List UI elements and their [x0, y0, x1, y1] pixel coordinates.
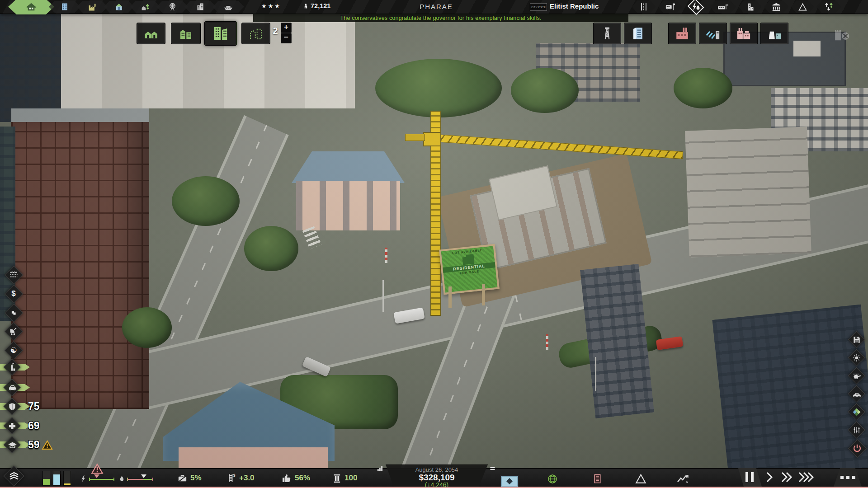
government-label[interactable]: Elitist Republic — [550, 2, 599, 10]
service-icon-bar — [632, 0, 841, 14]
menu-government[interactable] — [764, 0, 788, 13]
milestones-button[interactable] — [635, 473, 647, 485]
density-outline-button[interactable] — [241, 23, 270, 44]
menu-religion[interactable] — [739, 0, 761, 13]
high-density-icon — [212, 25, 229, 42]
blocks-icon — [9, 308, 19, 318]
menu-warehouse[interactable] — [710, 0, 736, 13]
settings-button[interactable] — [848, 422, 865, 439]
locked-industry-icon — [834, 25, 851, 42]
detail-level-icon[interactable] — [377, 465, 383, 472]
menu-landmarks[interactable] — [791, 0, 814, 13]
indicator-pollution[interactable] — [0, 359, 68, 376]
statistics-button[interactable] — [676, 472, 690, 486]
category-leisure[interactable] — [158, 0, 186, 14]
speed-3-button[interactable] — [797, 471, 817, 483]
game-viewport[interactable]: LOT AVAILABLE RESIDENTIAL FOR SALE — [0, 0, 868, 488]
category-commercial[interactable] — [51, 0, 79, 14]
resource-meter-blue[interactable] — [53, 471, 61, 486]
indicator-health[interactable]: 69 — [0, 418, 68, 435]
unemployment-value: 5% — [190, 474, 202, 483]
build-light-industry-button[interactable] — [730, 23, 758, 44]
residential-icon — [26, 2, 36, 12]
water-slider[interactable] — [127, 479, 153, 480]
resource-meter-green[interactable] — [42, 471, 50, 486]
density-medium-button[interactable] — [171, 23, 201, 44]
density-decrease-button[interactable]: − — [281, 33, 292, 43]
health-value: 69 — [28, 420, 40, 432]
power-warning-icon — [90, 463, 104, 475]
indicator-education[interactable]: 59 — [0, 436, 68, 454]
landmark-icon — [798, 2, 807, 12]
menu-transit[interactable] — [658, 0, 682, 13]
childcare-icon — [9, 326, 19, 336]
quit-button[interactable] — [848, 439, 866, 457]
category-harbor[interactable] — [214, 0, 242, 14]
category-offices[interactable] — [186, 0, 214, 14]
institutions-value: 100 — [344, 474, 357, 483]
pause-button[interactable] — [745, 472, 754, 482]
indicator-security[interactable]: 75 — [0, 398, 68, 415]
vehicle-icon — [852, 389, 862, 399]
ordinances-button[interactable] — [592, 474, 603, 484]
population-readout[interactable]: 72,121 — [303, 2, 330, 9]
overlay-economy-button[interactable]: $ — [5, 285, 23, 303]
growth-value: +3.0 — [239, 474, 255, 483]
save-button[interactable] — [848, 331, 865, 348]
menu-trade[interactable] — [816, 0, 841, 13]
citystate-badge-label: CITYSTATE — [531, 6, 546, 9]
traffic-icon — [8, 383, 17, 393]
vehicle-view-button[interactable] — [848, 385, 865, 403]
overlay-blocks-button[interactable] — [5, 304, 23, 322]
zoning-icon — [705, 26, 721, 41]
roads-icon — [639, 2, 648, 11]
overlay-balance-button[interactable]: ☯ — [5, 341, 23, 359]
build-office-tower-button[interactable] — [624, 23, 652, 44]
budget-equals-icon[interactable] — [489, 465, 496, 472]
minimap-button[interactable] — [848, 404, 865, 421]
density-increase-button[interactable]: + — [281, 23, 292, 33]
industry-icon — [88, 2, 97, 12]
build-power-plant-button[interactable] — [760, 23, 788, 44]
world-map-button[interactable] — [547, 474, 558, 484]
indicator-traffic[interactable] — [0, 379, 68, 396]
build-locked-industry-button[interactable] — [826, 25, 858, 43]
build-derrick-button[interactable] — [593, 23, 621, 44]
game-date: August 26, 2054 — [386, 466, 487, 473]
density-high-button[interactable] — [204, 21, 237, 46]
power-slider[interactable] — [89, 479, 114, 480]
education-icon — [8, 441, 17, 450]
menu-utilities[interactable] — [684, 0, 707, 14]
category-farming[interactable] — [106, 0, 132, 14]
resource-meter-yellow[interactable] — [63, 471, 71, 486]
density-low-button[interactable] — [137, 23, 165, 44]
category-industry[interactable] — [79, 0, 106, 14]
settings-icon — [852, 426, 861, 435]
top-bar: ★★★ 72,121 PHARAE CITYSTATE Elitist Repu… — [0, 0, 868, 14]
news-ticker[interactable]: The conservatives congratulate the gover… — [253, 14, 628, 22]
pause-icon — [745, 472, 748, 482]
outline-density-icon — [249, 26, 263, 41]
low-density-icon — [144, 26, 158, 41]
category-parks[interactable] — [132, 0, 158, 14]
density-level-value: 2 — [271, 26, 279, 36]
farming-icon — [114, 2, 123, 11]
build-zoning-button[interactable] — [699, 23, 727, 44]
treasury-console[interactable]: August 26, 2054 $328,109 (+4,246) — [386, 465, 488, 488]
daylight-button[interactable] — [848, 349, 865, 366]
scene-light-overlay — [0, 0, 868, 488]
map-layers-button[interactable] — [4, 466, 24, 487]
overlay-childcare-button[interactable] — [5, 322, 23, 340]
commercial-icon — [60, 2, 69, 11]
category-residential[interactable] — [12, 0, 51, 14]
parks-icon — [141, 2, 150, 12]
speed-1-button[interactable] — [764, 471, 775, 483]
overlay-demographics-button[interactable] — [5, 266, 23, 284]
loans-button[interactable] — [500, 475, 519, 488]
build-heavy-industry-button[interactable] — [668, 23, 696, 44]
helicopter-view-button[interactable] — [848, 367, 865, 385]
water-slider-marker[interactable] — [141, 474, 146, 478]
city-name: PHARAE — [389, 3, 484, 10]
menu-roads[interactable] — [632, 0, 656, 13]
speed-2-button[interactable] — [779, 471, 795, 483]
